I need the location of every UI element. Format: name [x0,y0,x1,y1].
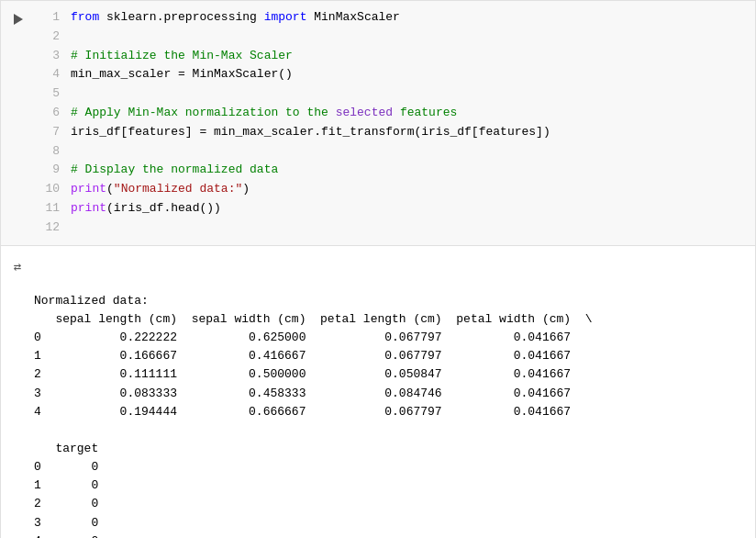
line-content [71,28,744,47]
code-line: 11print(iris_df.head()) [34,199,744,219]
code-line: 5 [34,84,744,104]
output-line: 4 0.194444 0.666667 0.067797 0.041667 [34,403,744,421]
line-content: # Initialize the Min-Max Scaler [71,47,744,66]
line-number: 6 [34,104,60,123]
line-content: # Apply Min-Max normalization to the sel… [71,104,744,123]
line-number: 2 [34,28,60,47]
line-number: 4 [34,65,60,84]
line-content: from sklearn.preprocessing import MinMax… [71,8,744,28]
output-line: 2 0.111111 0.500000 0.050847 0.041667 [34,365,744,384]
output-line: 3 0.083333 0.458333 0.084746 0.041667 [34,385,744,403]
output-line: 2 0 [34,495,744,513]
code-line: 10print("Normalized data:") [34,180,744,199]
output-content: Normalized data: sepal length (cm) sepal… [34,255,744,538]
run-button[interactable] [8,10,27,28]
run-button-area [1,8,34,238]
line-content [71,84,744,104]
output-line: 4 0 [34,532,744,538]
code-line: 4min_max_scaler = MinMaxScaler() [34,65,744,84]
code-lines: 1from sklearn.preprocessing import MinMa… [34,8,755,238]
code-line: 1from sklearn.preprocessing import MinMa… [34,8,744,28]
code-line: 3# Initialize the Min-Max Scaler [34,47,744,66]
line-content: print("Normalized data:") [71,180,744,199]
output-icon-area: ⇄ [1,255,34,538]
line-number: 1 [34,8,60,28]
line-content: min_max_scaler = MinMaxScaler() [71,65,744,84]
code-line: 8 [34,142,744,162]
line-number: 7 [34,123,60,142]
line-number: 5 [34,84,60,104]
line-number: 11 [34,199,60,219]
line-content [71,142,744,162]
line-content [71,219,744,238]
output-line: 1 0 [34,476,744,495]
line-content: # Display the normalized data [71,161,744,180]
code-line: 9# Display the normalized data [34,161,744,180]
output-section: ⇄ Normalized data: sepal length (cm) sep… [1,246,755,538]
line-content: print(iris_df.head()) [71,199,744,219]
line-content: iris_df[features] = min_max_scaler.fit_t… [71,123,744,142]
line-number: 10 [34,180,60,199]
code-line: 6# Apply Min-Max normalization to the se… [34,104,744,123]
code-section: 1from sklearn.preprocessing import MinMa… [1,1,755,246]
code-line: 7iris_df[features] = min_max_scaler.fit_… [34,123,744,142]
line-number: 12 [34,219,60,238]
code-line: 2 [34,28,744,47]
line-number: 9 [34,161,60,180]
output-line [34,421,744,440]
output-line: sepal length (cm) sepal width (cm) petal… [34,310,744,329]
code-line: 12 [34,219,744,238]
output-line: target [34,440,744,458]
output-line: 0 0.222222 0.625000 0.067797 0.041667 [34,329,744,347]
output-line: 3 0 [34,514,744,532]
svg-marker-0 [14,14,23,25]
output-line: 1 0.166667 0.416667 0.067797 0.041667 [34,347,744,365]
output-icon: ⇄ [14,259,21,275]
notebook-cell: 1from sklearn.preprocessing import MinMa… [0,0,756,538]
line-number: 8 [34,142,60,162]
output-line: 0 0 [34,458,744,476]
line-number: 3 [34,47,60,66]
output-line: Normalized data: [34,292,744,310]
